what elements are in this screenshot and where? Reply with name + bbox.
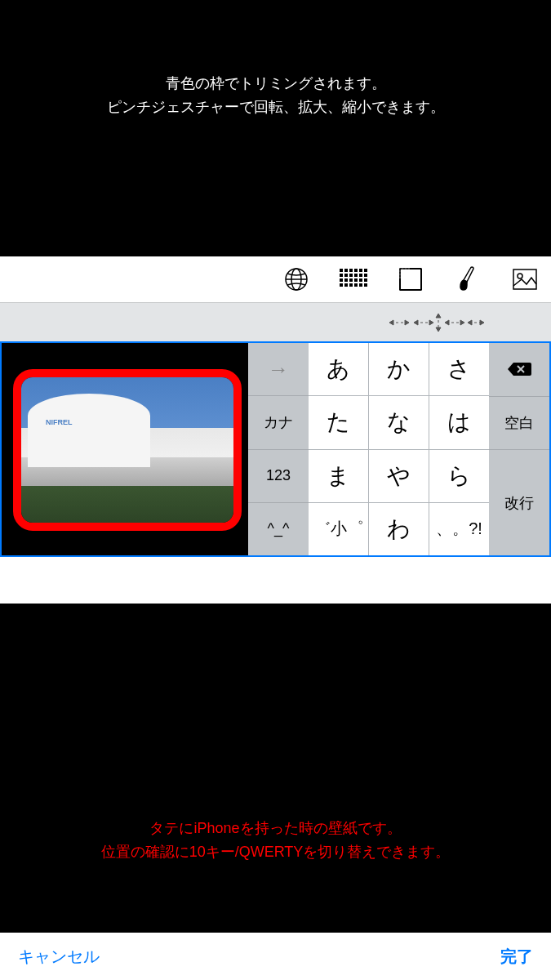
svg-marker-40 <box>414 320 418 325</box>
grid-icon[interactable] <box>339 265 368 294</box>
key-ya[interactable]: や <box>369 450 429 502</box>
brush-icon[interactable] <box>453 265 482 294</box>
svg-rect-20 <box>364 278 367 282</box>
bottom-instruction-line-1: タテにiPhoneを持った時の壁紙です。 <box>0 817 551 840</box>
instruction-line-1: 青色の枠でトリミングされます。 <box>0 72 551 96</box>
svg-rect-11 <box>349 274 353 277</box>
key-dakuten[interactable]: ゛小゜ <box>309 503 368 555</box>
key-ka[interactable]: か <box>369 343 429 395</box>
image-preview[interactable]: NIFREL <box>2 343 248 555</box>
svg-marker-38 <box>405 320 409 325</box>
space-key[interactable]: 空白 <box>489 397 549 451</box>
keyboard-left-column: → カナ 123 ^_^ <box>248 343 309 555</box>
key-wa[interactable]: わ <box>369 503 429 555</box>
svg-point-35 <box>518 274 522 278</box>
key-ha[interactable]: は <box>429 396 489 448</box>
top-instructions: 青色の枠でトリミングされます。 ピンチジェスチャーで回転、拡大、縮小できます。 <box>0 72 551 119</box>
svg-rect-19 <box>359 278 362 282</box>
settings-bar <box>0 302 551 341</box>
cancel-button[interactable]: キャンセル <box>18 946 100 968</box>
globe-icon[interactable] <box>282 265 311 294</box>
svg-rect-7 <box>359 269 362 272</box>
crop-frame[interactable]: NIFREL <box>13 369 242 531</box>
numbers-key[interactable]: 123 <box>248 450 309 503</box>
svg-rect-12 <box>354 274 358 277</box>
toolbar <box>0 256 551 302</box>
svg-rect-10 <box>344 274 348 277</box>
image-icon[interactable] <box>510 265 540 294</box>
svg-rect-8 <box>364 269 367 272</box>
key-punct[interactable]: 、。?! <box>429 503 489 555</box>
svg-rect-5 <box>349 269 353 272</box>
svg-marker-43 <box>436 314 441 318</box>
svg-rect-23 <box>349 283 353 287</box>
svg-rect-14 <box>364 274 367 277</box>
svg-marker-41 <box>429 320 433 325</box>
svg-rect-26 <box>364 283 367 287</box>
key-ta[interactable]: た <box>309 396 368 448</box>
bottom-bar: キャンセル 完了 <box>0 933 551 980</box>
svg-rect-27 <box>400 269 421 290</box>
svg-marker-47 <box>460 320 464 325</box>
key-sa[interactable]: さ <box>429 343 489 395</box>
svg-rect-17 <box>349 278 353 282</box>
bottom-instruction-line-2: 位置の確認に10キー/QWERTYを切り替えできます。 <box>0 840 551 864</box>
key-na[interactable]: な <box>369 396 429 448</box>
svg-rect-25 <box>359 283 362 287</box>
svg-marker-44 <box>436 327 441 332</box>
editor-panel: NIFREL → カナ 123 ^_^ あ か さ た な は ま や ら ゛小 <box>0 256 551 604</box>
preview-area: NIFREL → カナ 123 ^_^ あ か さ た な は ま や ら ゛小 <box>0 341 551 557</box>
svg-rect-18 <box>354 278 358 282</box>
svg-rect-6 <box>354 269 358 272</box>
key-a[interactable]: あ <box>309 343 368 395</box>
keyboard-right-column: 空白 改行 <box>489 343 549 555</box>
arrow-key[interactable]: → <box>248 343 309 396</box>
svg-marker-50 <box>480 320 484 325</box>
crop-icon[interactable] <box>396 265 425 294</box>
svg-marker-37 <box>389 320 393 325</box>
key-ma[interactable]: ま <box>309 450 368 502</box>
keyboard-center-grid: あ か さ た な は ま や ら ゛小゜ わ 、。?! <box>309 343 489 555</box>
building-sign: NIFREL <box>46 418 73 426</box>
svg-rect-3 <box>340 269 343 272</box>
bottom-instructions: タテにiPhoneを持った時の壁紙です。 位置の確認に10キー/QWERTYを切… <box>0 817 551 864</box>
delete-key[interactable] <box>489 343 549 397</box>
svg-rect-22 <box>344 283 348 287</box>
svg-rect-16 <box>344 278 348 282</box>
photo-content: NIFREL <box>21 377 233 523</box>
svg-rect-15 <box>340 278 343 282</box>
spacing-indicator[interactable] <box>388 313 486 332</box>
svg-rect-24 <box>354 283 358 287</box>
emoji-key[interactable]: ^_^ <box>248 503 309 555</box>
svg-marker-49 <box>468 320 472 325</box>
done-button[interactable]: 完了 <box>500 946 533 968</box>
svg-rect-4 <box>344 269 348 272</box>
kana-key[interactable]: カナ <box>248 396 309 449</box>
svg-rect-21 <box>340 283 343 287</box>
key-ra[interactable]: ら <box>429 450 489 502</box>
svg-marker-46 <box>445 320 449 325</box>
return-key[interactable]: 改行 <box>489 450 549 555</box>
instruction-line-2: ピンチジェスチャーで回転、拡大、縮小できます。 <box>0 96 551 119</box>
svg-rect-9 <box>340 274 343 277</box>
svg-rect-13 <box>359 274 362 277</box>
building-shape <box>28 394 150 467</box>
keyboard: → カナ 123 ^_^ あ か さ た な は ま や ら ゛小゜ わ 、。?… <box>248 343 549 555</box>
